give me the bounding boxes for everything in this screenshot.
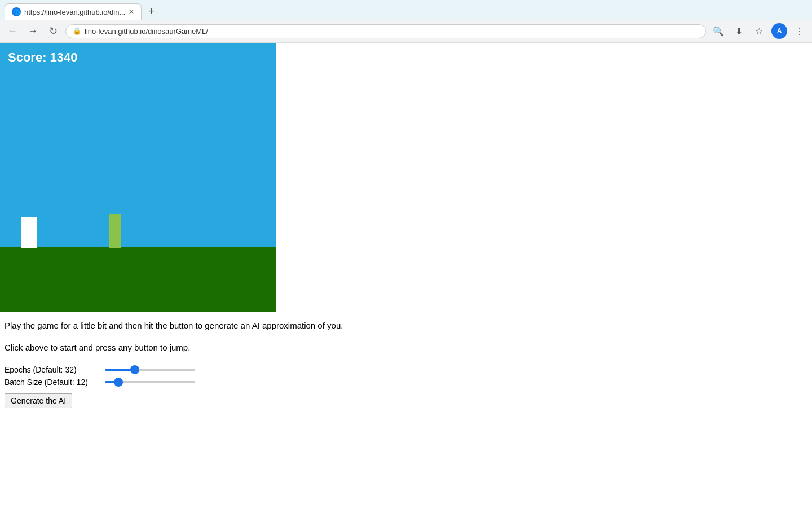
- tab-favicon: 🌐: [12, 7, 21, 16]
- more-button[interactable]: ⋮: [792, 23, 807, 39]
- browser-controls-bar: ← → ↻ 🔒 lino-levan.github.io/dinosaurGam…: [0, 20, 812, 43]
- search-button[interactable]: 🔍: [710, 23, 726, 39]
- browser-actions: 🔍 ⬇ ☆ A ⋮: [710, 23, 807, 39]
- tab-close-button[interactable]: ✕: [129, 8, 134, 16]
- game-dino: [21, 217, 37, 248]
- generate-ai-button[interactable]: Generate the AI: [5, 393, 72, 408]
- batch-size-row: Batch Size (Default: 12): [5, 378, 807, 387]
- game-ground: [0, 247, 276, 312]
- bookmark-button[interactable]: ☆: [751, 23, 767, 39]
- svg-text:🌐: 🌐: [13, 8, 20, 16]
- epochs-label: Epochs (Default: 32): [5, 365, 100, 374]
- page-text-area: Play the game for a little bit and then …: [0, 312, 812, 408]
- browser-chrome: 🌐 https://lino-levan.github.io/din... ✕ …: [0, 0, 812, 43]
- tab-bar: 🌐 https://lino-levan.github.io/din... ✕ …: [0, 0, 812, 20]
- active-tab[interactable]: 🌐 https://lino-levan.github.io/din... ✕: [5, 3, 142, 20]
- batch-size-label: Batch Size (Default: 12): [5, 378, 100, 387]
- new-tab-button[interactable]: +: [144, 6, 159, 17]
- profile-button[interactable]: A: [771, 23, 787, 39]
- address-text: lino-levan.github.io/dinosaurGameML/: [85, 27, 699, 36]
- instruction-text: Click above to start and press any butto…: [5, 341, 807, 354]
- back-button[interactable]: ←: [5, 23, 20, 39]
- tab-title: https://lino-levan.github.io/din...: [24, 8, 125, 16]
- game-canvas[interactable]: Score: 1340: [0, 43, 276, 312]
- reload-button[interactable]: ↻: [45, 23, 61, 39]
- page-content: Score: 1340 Play the game for a little b…: [0, 43, 812, 408]
- game-sky: [0, 43, 276, 249]
- download-button[interactable]: ⬇: [731, 23, 747, 39]
- lock-icon: 🔒: [73, 27, 81, 35]
- epochs-row: Epochs (Default: 32): [5, 365, 807, 374]
- game-score: Score: 1340: [8, 50, 78, 65]
- epochs-slider[interactable]: [105, 369, 195, 371]
- forward-button[interactable]: →: [25, 23, 41, 39]
- batch-size-slider[interactable]: [105, 381, 195, 383]
- controls-area: Epochs (Default: 32) Batch Size (Default…: [5, 365, 807, 387]
- description-text: Play the game for a little bit and then …: [5, 319, 807, 332]
- address-bar[interactable]: 🔒 lino-levan.github.io/dinosaurGameML/: [65, 24, 706, 38]
- game-obstacle: [109, 214, 121, 248]
